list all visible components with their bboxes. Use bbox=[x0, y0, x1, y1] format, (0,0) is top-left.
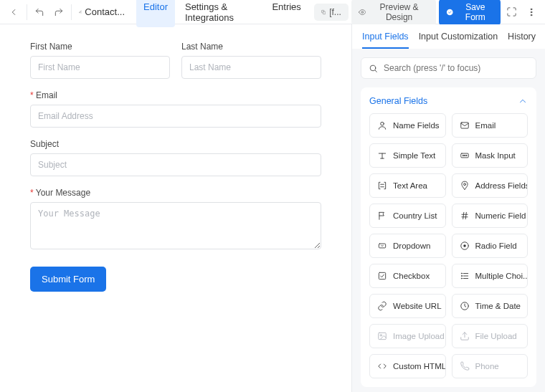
field-type-area[interactable]: Text Area bbox=[369, 173, 446, 198]
hash-icon bbox=[460, 211, 470, 221]
label-email: Email bbox=[30, 90, 321, 100]
preview-label: Preview & Design bbox=[369, 2, 429, 22]
field-type-label: Country List bbox=[393, 211, 437, 220]
copy-icon bbox=[321, 8, 326, 16]
tab-history[interactable]: History bbox=[508, 32, 536, 49]
svg-rect-35 bbox=[379, 333, 387, 339]
area-icon bbox=[377, 181, 387, 191]
sidebar-body: General Fields Name FieldsEmailSimple Te… bbox=[352, 49, 545, 392]
field-type-hash[interactable]: Numeric Field bbox=[452, 204, 529, 228]
field-type-label: Address Fields bbox=[475, 181, 529, 190]
svg-line-7 bbox=[375, 70, 376, 72]
field-type-phone: Phone bbox=[452, 354, 529, 378]
field-type-label: Simple Text bbox=[393, 151, 435, 160]
field-type-label: Multiple Choi... bbox=[475, 272, 529, 280]
svg-point-15 bbox=[464, 155, 465, 156]
field-type-label: Time & Date bbox=[475, 302, 521, 310]
field-type-code[interactable]: Custom HTML bbox=[369, 354, 446, 378]
shortcode-button[interactable]: [f... bbox=[314, 4, 349, 21]
panel-header[interactable]: General Fields bbox=[369, 96, 528, 106]
form-canvas: First Name Last Name Email Subject Your … bbox=[0, 24, 351, 392]
search-input[interactable] bbox=[384, 63, 529, 73]
field-last-name[interactable]: Last Name bbox=[181, 42, 321, 79]
form-name-text: Contact... bbox=[85, 6, 125, 17]
svg-line-23 bbox=[465, 212, 466, 219]
panel-title: General Fields bbox=[369, 96, 427, 106]
field-type-flag[interactable]: Country List bbox=[369, 204, 446, 228]
field-type-label: Numeric Field bbox=[475, 211, 526, 220]
svg-line-22 bbox=[463, 212, 463, 219]
label-first-name: First Name bbox=[30, 42, 170, 52]
sidebar: Input Fields Input Customization History… bbox=[351, 24, 545, 392]
svg-point-6 bbox=[370, 65, 376, 71]
field-type-label: Image Upload bbox=[393, 332, 445, 340]
svg-point-16 bbox=[465, 155, 466, 156]
field-type-upload: File Upload bbox=[452, 324, 529, 348]
field-type-label: Checkbox bbox=[393, 272, 430, 280]
label-subject: Subject bbox=[30, 139, 321, 149]
input-email[interactable] bbox=[30, 105, 321, 128]
upload-icon bbox=[460, 331, 470, 341]
tab-input-fields[interactable]: Input Fields bbox=[362, 32, 409, 49]
svg-point-36 bbox=[380, 335, 382, 336]
field-email[interactable]: Email bbox=[30, 90, 321, 128]
save-button[interactable]: Save Form bbox=[439, 0, 501, 26]
field-type-clock[interactable]: Time & Date bbox=[452, 294, 529, 318]
submit-button[interactable]: Submit Form bbox=[30, 267, 106, 292]
more-button[interactable] bbox=[523, 3, 539, 21]
save-label: Save Form bbox=[457, 2, 493, 22]
list-icon bbox=[460, 271, 470, 281]
field-type-mail[interactable]: Email bbox=[452, 113, 529, 138]
field-first-name[interactable]: First Name bbox=[30, 42, 170, 79]
field-message[interactable]: Your Message bbox=[30, 188, 321, 249]
tab-entries[interactable]: Entries bbox=[265, 0, 308, 27]
label-message: Your Message bbox=[30, 188, 321, 198]
text-icon bbox=[377, 150, 387, 161]
image-icon bbox=[377, 331, 387, 341]
field-type-mask[interactable]: Mask Input bbox=[452, 143, 529, 168]
pin-icon bbox=[460, 181, 470, 191]
field-type-link[interactable]: Website URL bbox=[369, 294, 446, 318]
field-type-drop[interactable]: Dropdown bbox=[369, 234, 446, 258]
field-type-label: Text Area bbox=[393, 181, 427, 190]
radio-icon bbox=[460, 241, 470, 251]
divider bbox=[27, 4, 27, 20]
svg-point-32 bbox=[461, 275, 462, 276]
clock-icon bbox=[460, 301, 470, 311]
svg-point-4 bbox=[531, 11, 532, 13]
tab-input-customization[interactable]: Input Customization bbox=[419, 32, 498, 49]
field-type-list[interactable]: Multiple Choi... bbox=[452, 264, 529, 288]
check-icon bbox=[377, 271, 387, 281]
field-subject[interactable]: Subject bbox=[30, 139, 321, 176]
tab-settings[interactable]: Settings & Integrations bbox=[178, 0, 262, 27]
undo-button[interactable] bbox=[32, 3, 48, 21]
input-first-name[interactable] bbox=[30, 56, 170, 79]
field-type-label: Custom HTML bbox=[393, 362, 446, 371]
mail-icon bbox=[460, 120, 470, 130]
form-name[interactable]: Contact... bbox=[76, 6, 128, 17]
field-type-radio[interactable]: Radio Field bbox=[452, 234, 529, 258]
field-type-user[interactable]: Name Fields bbox=[369, 113, 446, 138]
topbar: Contact... Editor Settings & Integration… bbox=[0, 0, 545, 24]
field-type-pin[interactable]: Address Fields bbox=[452, 173, 529, 198]
input-message[interactable] bbox=[30, 202, 321, 249]
field-type-text[interactable]: Simple Text bbox=[369, 143, 446, 168]
input-last-name[interactable] bbox=[181, 56, 321, 79]
preview-button[interactable]: Preview & Design bbox=[351, 0, 436, 26]
tab-editor[interactable]: Editor bbox=[136, 0, 175, 27]
field-type-label: File Upload bbox=[475, 332, 517, 340]
svg-point-14 bbox=[463, 155, 463, 156]
field-type-check[interactable]: Checkbox bbox=[369, 264, 446, 288]
field-type-label: Radio Field bbox=[475, 242, 517, 250]
field-grid: Name FieldsEmailSimple TextMask InputTex… bbox=[369, 113, 528, 378]
back-button[interactable] bbox=[6, 3, 22, 21]
redo-button[interactable] bbox=[51, 3, 67, 21]
chevron-up-icon bbox=[518, 96, 528, 106]
flag-icon bbox=[377, 211, 387, 221]
svg-point-3 bbox=[531, 9, 532, 10]
divider bbox=[71, 4, 72, 20]
search-box[interactable] bbox=[361, 57, 536, 79]
label-last-name: Last Name bbox=[181, 42, 321, 52]
input-subject[interactable] bbox=[30, 153, 321, 176]
fullscreen-button[interactable] bbox=[503, 3, 520, 21]
